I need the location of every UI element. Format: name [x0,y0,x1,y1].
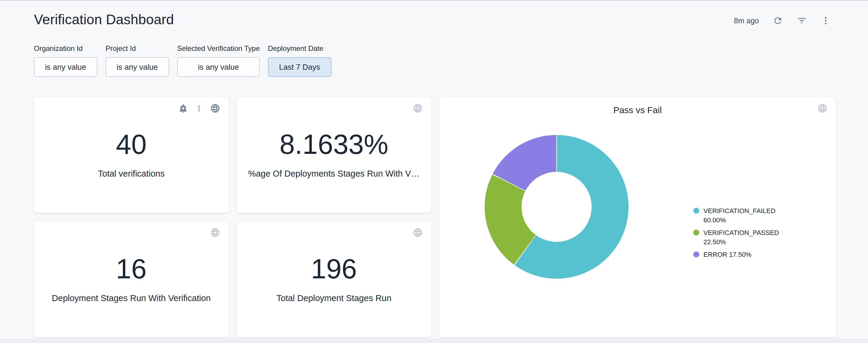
dashboard-header-actions: 8m ago [734,15,831,26]
filter-group-verification-type: Selected Verification Type is any value [177,44,260,77]
kpi-content: 196 Total Deployment Stages Run [237,221,431,337]
legend-swatch [693,208,699,214]
tile-actions [817,103,828,113]
window-top-border [0,0,868,1]
legend-item-verification-failed[interactable]: VERIFICATION_FAILED 60.00% [693,206,787,225]
kpi-tile-pct-stages-with-verification: 8.1633% %age Of Deployments Stages Run W… [237,97,431,213]
legend-label: ERROR 17.50% [704,250,751,259]
filter-label: Selected Verification Type [177,44,260,53]
filter-label: Deployment Date [268,44,332,53]
kebab-menu-icon [820,15,831,26]
tile-globe-button[interactable] [817,103,828,113]
legend-label: VERIFICATION_FAILED 60.00% [704,206,787,225]
filter-chip-verification-type[interactable]: is any value [177,57,260,77]
kpi-tile-stages-with-verification: 16 Deployment Stages Run With Verificati… [34,221,229,337]
globe-icon [817,103,828,113]
dashboard-more-actions-button[interactable] [820,15,831,26]
kpi-content: 40 Total verifications [34,97,229,213]
chart-tile-pass-vs-fail: Pass vs Fail VERIFICATION_FAILED 60.00% … [439,97,836,337]
refresh-button[interactable] [773,15,783,26]
filter-label: Organization Id [34,44,97,53]
dashboard-grid: 40 Total verifications 8.1633% %age Of D… [34,97,836,337]
filter-label: Project Id [105,44,169,53]
filter-chip-project-id[interactable]: is any value [105,57,169,77]
filter-group-project-id: Project Id is any value [105,44,169,77]
last-refresh-timestamp: 8m ago [734,16,759,25]
filter-bar: Organization Id is any value Project Id … [34,44,332,77]
page-title: Verification Dashboard [34,11,174,28]
filter-group-deployment-date: Deployment Date Last 7 Days [268,44,332,77]
page-bottom-strip [0,339,868,343]
refresh-icon [773,15,783,26]
kpi-label: %age Of Deployments Stages Run With V… [248,168,420,180]
dashboard-filter-button[interactable] [797,15,807,26]
filter-chip-deployment-date[interactable]: Last 7 Days [268,57,332,77]
chart-legend: VERIFICATION_FAILED 60.00% VERIFICATION_… [693,206,787,259]
legend-item-verification-passed[interactable]: VERIFICATION_PASSED 22.50% [693,228,787,247]
legend-swatch [693,230,699,236]
chart-title: Pass vs Fail [439,105,836,115]
legend-swatch [693,251,699,258]
kpi-value: 8.1633% [279,131,388,158]
kpi-label: Total verifications [98,168,164,180]
kpi-tile-total-stages-run: 196 Total Deployment Stages Run [237,221,431,337]
kpi-label: Deployment Stages Run With Verification [52,293,211,304]
kpi-tile-total-verifications: 40 Total verifications [34,97,229,213]
kpi-value: 40 [116,131,147,158]
kpi-content: 8.1633% %age Of Deployments Stages Run W… [237,97,431,213]
kpi-value: 16 [116,255,147,282]
kpi-value: 196 [311,255,357,282]
legend-item-error[interactable]: ERROR 17.50% [693,250,787,259]
donut-chart[interactable] [485,135,628,279]
filter-group-organization-id: Organization Id is any value [34,44,97,77]
legend-label: VERIFICATION_PASSED 22.50% [704,228,787,247]
filter-icon [797,15,807,26]
kpi-content: 16 Deployment Stages Run With Verificati… [34,221,229,337]
kpi-label: Total Deployment Stages Run [276,293,392,304]
filter-chip-organization-id[interactable]: is any value [34,57,97,77]
